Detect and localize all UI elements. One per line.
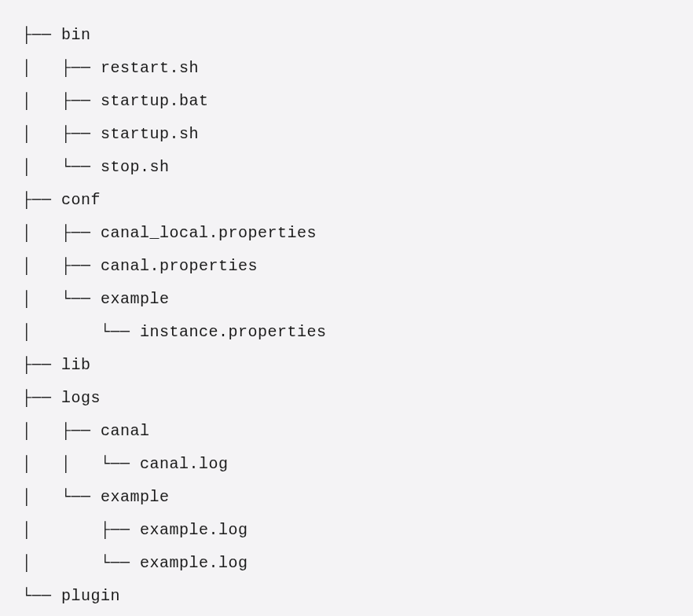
tree-branch-icon: │ ├── [22, 59, 101, 77]
tree-branch-icon: │ ├── [22, 125, 101, 143]
tree-branch-icon: │ │ └── [22, 455, 140, 473]
tree-row: │ ├── canal_local.properties [22, 217, 671, 250]
tree-output: ├── bin│ ├── restart.sh│ ├── startup.bat… [22, 19, 671, 613]
tree-row: │ ├── restart.sh [22, 52, 671, 85]
tree-node-label: logs [61, 389, 101, 407]
tree-row: │ └── example.log [22, 547, 671, 580]
tree-row: ├── lib [22, 349, 671, 382]
tree-row: │ ├── startup.bat [22, 85, 671, 118]
tree-node-label: example.log [140, 521, 248, 539]
tree-branch-icon: ├── [22, 389, 61, 407]
tree-branch-icon: │ ├── [22, 224, 101, 242]
tree-row: │ ├── canal.properties [22, 250, 671, 283]
tree-row: │ └── example [22, 283, 671, 316]
tree-node-label: example [101, 488, 170, 506]
tree-node-label: startup.sh [101, 125, 199, 143]
tree-node-label: stop.sh [101, 158, 170, 176]
tree-node-label: example.log [140, 554, 248, 572]
tree-row: │ └── instance.properties [22, 316, 671, 349]
tree-branch-icon: ├── [22, 26, 61, 44]
tree-branch-icon: │ ├── [22, 422, 101, 440]
tree-row: │ └── stop.sh [22, 151, 671, 184]
tree-node-label: canal.log [140, 455, 229, 473]
tree-branch-icon: └── [22, 587, 61, 605]
tree-row: ├── bin [22, 19, 671, 52]
tree-row: └── plugin [22, 580, 671, 613]
tree-branch-icon: │ └── [22, 488, 101, 506]
tree-node-label: restart.sh [101, 59, 199, 77]
tree-node-label: canal_local.properties [101, 224, 317, 242]
tree-node-label: instance.properties [140, 323, 327, 341]
tree-branch-icon: │ ├── [22, 521, 140, 539]
tree-row: ├── conf [22, 184, 671, 217]
tree-branch-icon: │ └── [22, 554, 140, 572]
tree-node-label: canal [101, 422, 150, 440]
tree-row: │ ├── startup.sh [22, 118, 671, 151]
tree-node-label: bin [61, 26, 91, 44]
tree-branch-icon: │ ├── [22, 257, 101, 275]
tree-row: │ │ └── canal.log [22, 448, 671, 481]
tree-node-label: conf [61, 191, 101, 209]
tree-node-label: plugin [61, 587, 120, 605]
tree-node-label: example [101, 290, 170, 308]
tree-node-label: lib [61, 356, 91, 374]
tree-branch-icon: │ └── [22, 290, 101, 308]
tree-branch-icon: │ └── [22, 323, 140, 341]
tree-branch-icon: │ └── [22, 158, 101, 176]
tree-row: │ ├── canal [22, 415, 671, 448]
tree-node-label: startup.bat [101, 92, 209, 110]
tree-row: │ └── example [22, 481, 671, 514]
tree-branch-icon: ├── [22, 191, 61, 209]
tree-row: │ ├── example.log [22, 514, 671, 547]
tree-node-label: canal.properties [101, 257, 258, 275]
tree-branch-icon: │ ├── [22, 92, 101, 110]
tree-branch-icon: ├── [22, 356, 61, 374]
tree-row: ├── logs [22, 382, 671, 415]
